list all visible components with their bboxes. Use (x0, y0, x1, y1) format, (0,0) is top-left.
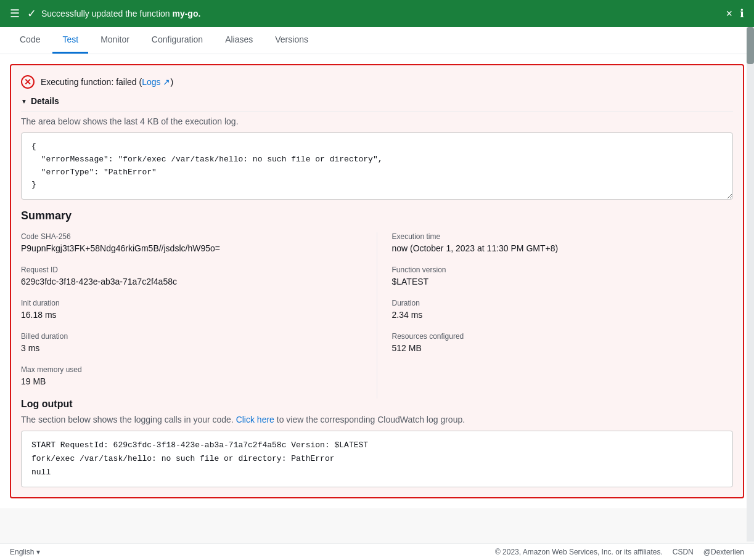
footer: English ▾ © 2023, Amazon Web Services, I… (0, 543, 754, 560)
json-output[interactable]: { "errorMessage": "fork/exec /var/task/h… (21, 132, 733, 200)
scrollbar[interactable] (747, 27, 754, 542)
language-chevron-icon: ▾ (36, 548, 40, 556)
init-duration-value: 16.18 ms (21, 310, 362, 320)
logs-label: Logs (142, 77, 160, 87)
duration-value: 2.34 ms (392, 310, 734, 320)
tab-aliases[interactable]: Aliases (215, 27, 263, 54)
execution-time-item: Execution time now (October 1, 2023 at 1… (392, 232, 734, 253)
menu-icon[interactable]: ☰ (10, 7, 20, 20)
details-toggle[interactable]: ▼ Details (21, 94, 733, 112)
tab-configuration[interactable]: Configuration (142, 27, 213, 54)
language-label: English (10, 548, 34, 556)
json-line-4: } (31, 179, 723, 192)
success-banner: ☰ ✓ Successfully updated the function my… (0, 0, 754, 27)
status-text: Executing function: failed ( (41, 77, 142, 87)
click-here-link[interactable]: Click here (236, 415, 274, 424)
footer-link-dexterlien[interactable]: @Dexterlien (703, 548, 744, 556)
logs-link[interactable]: Logs ↗ (142, 77, 170, 87)
code-sha-item: Code SHA-256 P9upnFkgj3t3FK+58Ndg46rkiGm… (21, 232, 362, 253)
duration-label: Duration (392, 299, 734, 307)
logs-external-icon: ↗ (163, 77, 170, 87)
function-version-item: Function version $LATEST (392, 266, 734, 286)
max-memory-value: 19 MB (21, 376, 362, 386)
main-content: Code Test Monitor Configuration Aliases … (0, 27, 754, 508)
resources-value: 512 MB (392, 343, 734, 353)
details-arrow-icon: ▼ (21, 98, 27, 105)
result-box: ✕ Executing function: failed (Logs ↗) ▼ … (10, 64, 744, 498)
details-label: Details (31, 96, 59, 106)
tab-versions[interactable]: Versions (265, 27, 318, 54)
json-line-1: { (31, 140, 723, 153)
summary-right: Execution time now (October 1, 2023 at 1… (377, 232, 734, 399)
copyright-text: © 2023, Amazon Web Services, Inc. or its… (495, 548, 663, 556)
log-line-2: fork/exec /var/task/hello: no such file … (31, 452, 723, 466)
summary-title: Summary (21, 209, 733, 222)
log-desc-text: The section below shows the logging call… (21, 415, 236, 424)
scrollbar-thumb[interactable] (747, 27, 754, 64)
request-id-label: Request ID (21, 266, 362, 274)
error-icon: ✕ (21, 75, 35, 89)
init-duration-item: Init duration 16.18 ms (21, 299, 362, 320)
function-name: my-go. (172, 9, 200, 18)
tab-monitor[interactable]: Monitor (91, 27, 139, 54)
tab-code[interactable]: Code (10, 27, 50, 54)
log-line-1: START RequestId: 629c3fdc-3f18-423e-ab3a… (31, 439, 723, 452)
banner-info-icon[interactable]: ℹ (740, 7, 744, 20)
footer-link-csdn[interactable]: CSDN (673, 548, 694, 556)
status-close: ) (170, 77, 173, 87)
init-duration-label: Init duration (21, 299, 362, 307)
check-icon: ✓ (27, 7, 36, 20)
footer-right: © 2023, Amazon Web Services, Inc. or its… (495, 548, 744, 556)
code-sha-value: P9upnFkgj3t3FK+58Ndg46rkiGm5B//jsdslc/hW… (21, 243, 362, 253)
max-memory-label: Max memory used (21, 365, 362, 374)
description-text: The area below shows the last 4 KB of th… (21, 116, 733, 126)
code-sha-label: Code SHA-256 (21, 232, 362, 241)
function-version-label: Function version (392, 266, 734, 274)
request-id-value: 629c3fdc-3f18-423e-ab3a-71a7c2f4a58c (21, 277, 362, 286)
banner-close-icon[interactable]: × (726, 7, 732, 20)
footer-left: English ▾ (10, 548, 40, 556)
summary-grid: Code SHA-256 P9upnFkgj3t3FK+58Ndg46rkiGm… (21, 232, 733, 399)
execution-time-label: Execution time (392, 232, 734, 241)
function-version-value: $LATEST (392, 277, 734, 286)
json-line-3: "errorType": "PathError" (31, 166, 723, 179)
language-selector[interactable]: English ▾ (10, 548, 40, 556)
execution-time-value: now (October 1, 2023 at 11:30 PM GMT+8) (392, 243, 734, 253)
content-panel: ✕ Executing function: failed (Logs ↗) ▼ … (0, 64, 754, 508)
duration-item: Duration 2.34 ms (392, 299, 734, 320)
banner-message: Successfully updated the function my-go. (41, 9, 721, 18)
log-line-3: null (31, 466, 723, 479)
summary-left: Code SHA-256 P9upnFkgj3t3FK+58Ndg46rkiGm… (21, 232, 377, 399)
log-desc-suffix: to view the corresponding CloudWatch log… (274, 415, 465, 424)
log-description: The section below shows the logging call… (21, 415, 733, 424)
billed-duration-label: Billed duration (21, 332, 362, 341)
log-content[interactable]: START RequestId: 629c3fdc-3f18-423e-ab3a… (21, 431, 733, 487)
tabs-container: Code Test Monitor Configuration Aliases … (0, 27, 754, 54)
request-id-item: Request ID 629c3fdc-3f18-423e-ab3a-71a7c… (21, 266, 362, 286)
json-line-2: "errorMessage": "fork/exec /var/task/hel… (31, 153, 723, 166)
billed-duration-item: Billed duration 3 ms (21, 332, 362, 353)
tab-test[interactable]: Test (52, 27, 88, 54)
resources-item: Resources configured 512 MB (392, 332, 734, 353)
billed-duration-value: 3 ms (21, 343, 362, 353)
banner-text: Successfully updated the function (41, 9, 172, 18)
result-title: Executing function: failed (Logs ↗) (41, 77, 173, 87)
log-output-title: Log output (21, 399, 733, 410)
result-header: ✕ Executing function: failed (Logs ↗) (21, 75, 733, 89)
resources-label: Resources configured (392, 332, 734, 341)
max-memory-item: Max memory used 19 MB (21, 365, 362, 386)
